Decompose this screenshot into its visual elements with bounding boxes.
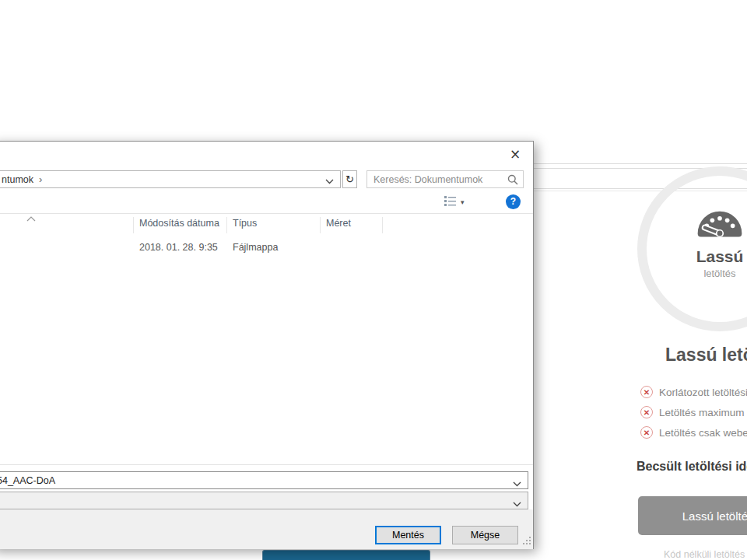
sort-ascending-icon[interactable] (26, 213, 36, 224)
cancel-button[interactable]: Mégse (452, 526, 518, 544)
address-breadcrumb-bar[interactable]: ntumok › (0, 170, 341, 188)
footer-note: Kód nélküli letöltés (664, 549, 745, 560)
list-divider (0, 464, 533, 465)
badge-subtitle: letöltés (637, 268, 747, 279)
filename-combobox[interactable] (0, 471, 528, 489)
dialog-footer: Mentés Mégse (0, 509, 533, 549)
filetype-combobox[interactable] (0, 492, 528, 509)
search-input[interactable] (374, 173, 498, 186)
slow-download-button[interactable]: Lassú letöltés indítása (638, 496, 747, 535)
breadcrumb-chevron-icon[interactable]: › (39, 173, 42, 185)
slow-download-badge: Lassú letöltés (637, 202, 747, 279)
search-box[interactable] (366, 170, 524, 188)
chevron-down-icon[interactable] (513, 478, 521, 489)
file-date-cell: 2018. 01. 28. 9:35 (139, 242, 218, 253)
chevron-down-icon[interactable] (325, 175, 334, 187)
chevron-down-icon: ▾ (461, 198, 465, 206)
column-header-size[interactable]: Méret (326, 218, 351, 229)
dialog-toolbar: ▾ ? (0, 190, 533, 214)
table-row[interactable]: 2018. 01. 28. 9:35 Fájlmappa (0, 240, 533, 257)
save-as-dialog: × ntumok › ↻ (0, 141, 534, 549)
breadcrumb[interactable]: ntumok (2, 174, 33, 185)
chevron-down-icon[interactable] (513, 498, 521, 509)
list-item: ✕ Letöltés maximum 2 GB méretig (640, 402, 747, 422)
file-type-cell: Fájlmappa (233, 242, 278, 253)
list-item: ✕ Letöltés csak webes felületen (640, 422, 747, 443)
column-header-date[interactable]: Módosítás dátuma (139, 218, 219, 229)
column-separator[interactable] (226, 217, 227, 233)
filename-input[interactable] (0, 474, 503, 487)
save-button[interactable]: Mentés (375, 526, 441, 544)
change-view-button[interactable]: ▾ (444, 196, 475, 208)
list-item: ✕ Korlátozott letöltési sebesség (640, 382, 747, 402)
close-icon[interactable]: × (502, 144, 528, 164)
premium-purchase-button[interactable]: Prémium vásárlás (262, 550, 430, 560)
circle-x-icon: ✕ (640, 406, 653, 418)
speedometer-icon (693, 227, 746, 240)
help-icon[interactable]: ? (506, 194, 521, 209)
badge-title: Lassú (637, 247, 747, 266)
dialog-titlebar[interactable]: × (0, 142, 533, 170)
address-row: ntumok › ↻ (0, 170, 533, 188)
circle-x-icon: ✕ (640, 426, 653, 439)
refresh-icon[interactable]: ↻ (342, 170, 357, 188)
column-separator[interactable] (133, 217, 134, 233)
column-separator[interactable] (382, 217, 383, 233)
resize-grip[interactable] (523, 536, 531, 548)
estimated-time-heading: Becsült letöltési idő: (637, 460, 747, 474)
column-header-type[interactable]: Típus (233, 218, 257, 229)
search-icon[interactable] (507, 174, 518, 187)
column-header-row: Módosítás dátuma Típus Méret (0, 215, 533, 235)
slow-download-heading: Lassú letöltés (665, 345, 747, 366)
list-view-icon (444, 196, 456, 208)
restriction-list: ✕ Korlátozott letöltési sebesség ✕ Letöl… (640, 382, 747, 443)
circle-x-icon: ✕ (640, 386, 653, 398)
column-separator[interactable] (320, 217, 321, 233)
